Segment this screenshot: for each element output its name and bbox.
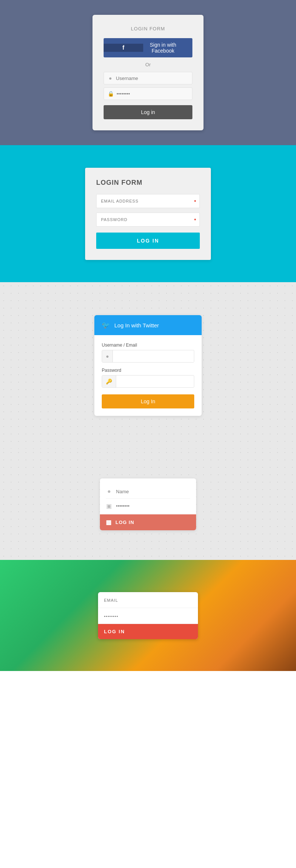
username-label: Username / Email	[102, 343, 194, 348]
card-2-title: LOGIN FORM	[96, 179, 200, 187]
required-indicator: •	[194, 198, 196, 204]
password-input-4[interactable]	[116, 503, 190, 509]
email-field-row: •	[96, 194, 200, 208]
card-4: ● ▣ ▩ LOG IN	[100, 478, 196, 530]
facebook-btn-label: Sign in with Facebook	[147, 42, 192, 54]
login-button-5[interactable]: LOG IN	[98, 624, 198, 639]
password-input[interactable]	[117, 91, 188, 97]
card-1-title: LOGIN FORM	[104, 26, 192, 31]
facebook-icon: f	[104, 44, 143, 52]
login-btn-4-label: LOG IN	[115, 520, 134, 525]
or-divider: Or	[104, 62, 192, 67]
password-input-2[interactable]	[96, 213, 200, 227]
email-field-5	[98, 592, 198, 608]
password-input-row-3: 🔑	[102, 375, 194, 388]
key-icon: 🔑	[102, 375, 116, 387]
lock-icon: 🔒	[108, 91, 114, 97]
username-input[interactable]	[116, 76, 188, 81]
password-input-row: 🔒	[104, 87, 192, 100]
login-button-2[interactable]: LOG IN	[96, 233, 200, 249]
login-button-1[interactable]: Log in	[104, 105, 192, 119]
twitter-header: 🐦 Log In with Twitter	[94, 315, 202, 335]
password-field-5	[98, 608, 198, 624]
section-4: ● ▣ ▩ LOG IN	[0, 449, 296, 560]
required-indicator-2: •	[194, 216, 196, 223]
section-5: LOG IN	[0, 560, 296, 671]
password-input-row-4: ▣	[106, 499, 190, 514]
user-icon-3: ●	[102, 350, 113, 362]
username-input-3[interactable]	[113, 351, 194, 362]
card-icon: ▣	[106, 503, 112, 510]
twitter-btn-label: Log In with Twitter	[114, 322, 159, 328]
card-5: LOG IN	[98, 592, 198, 639]
section-1: LOGIN FORM f Sign in with Facebook Or ● …	[0, 0, 296, 145]
password-input-3[interactable]	[116, 376, 194, 387]
password-input-5[interactable]	[104, 614, 192, 618]
card-3-body: Username / Email ● Password 🔑 Log In	[94, 335, 202, 416]
section-3: 🐦 Log In with Twitter Username / Email ●…	[0, 282, 296, 449]
email-input[interactable]	[96, 194, 200, 208]
user-icon: ●	[108, 75, 113, 81]
login-button-3[interactable]: Log In	[102, 394, 194, 408]
user-icon-4: ●	[106, 488, 112, 495]
facebook-login-button[interactable]: f Sign in with Facebook	[104, 38, 192, 57]
password-field-row: •	[96, 213, 200, 227]
card-3: 🐦 Log In with Twitter Username / Email ●…	[94, 315, 202, 416]
email-input-5[interactable]	[104, 598, 192, 602]
card-2: LOGIN FORM • • LOG IN	[85, 168, 211, 260]
monitor-icon: ▩	[106, 519, 112, 526]
twitter-icon: 🐦	[102, 321, 110, 329]
login-button-4[interactable]: ▩ LOG IN	[100, 514, 196, 530]
name-input[interactable]	[116, 489, 190, 494]
card-5-body: LOG IN	[98, 592, 198, 639]
card-4-body: ● ▣	[100, 478, 196, 514]
password-label: Password	[102, 368, 194, 373]
section-2: LOGIN FORM • • LOG IN	[0, 145, 296, 282]
username-input-row-3: ●	[102, 350, 194, 363]
card-1: LOGIN FORM f Sign in with Facebook Or ● …	[92, 15, 204, 130]
name-input-row: ●	[106, 484, 190, 499]
username-input-row: ●	[104, 72, 192, 84]
